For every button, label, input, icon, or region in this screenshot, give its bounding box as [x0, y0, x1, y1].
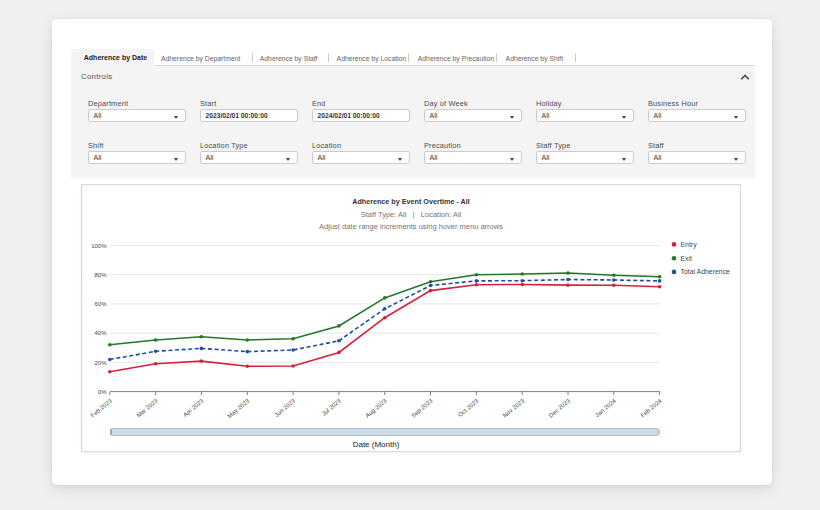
- svg-text:Jan 2024: Jan 2024: [594, 397, 617, 418]
- svg-text:Nov 2023: Nov 2023: [502, 397, 526, 419]
- svg-text:May 2023: May 2023: [226, 397, 251, 419]
- svg-text:80%: 80%: [94, 271, 107, 277]
- svg-text:Apr 2023: Apr 2023: [182, 397, 205, 418]
- svg-text:Total Adherence: Total Adherence: [681, 268, 731, 275]
- svg-text:100%: 100%: [91, 242, 107, 248]
- svg-text:Entry: Entry: [681, 240, 698, 248]
- svg-text:Mar 2023: Mar 2023: [135, 397, 159, 418]
- svg-text:60%: 60%: [94, 301, 107, 307]
- svg-text:Exit: Exit: [681, 254, 693, 261]
- svg-text:Feb 2023: Feb 2023: [90, 397, 114, 418]
- svg-text:Jul 2023: Jul 2023: [321, 397, 343, 417]
- svg-text:Sep 2023: Sep 2023: [410, 397, 434, 419]
- svg-text:Jun 2023: Jun 2023: [273, 397, 296, 418]
- svg-text:0%: 0%: [98, 388, 107, 394]
- svg-text:Oct 2023: Oct 2023: [457, 397, 480, 418]
- svg-text:Feb 2024: Feb 2024: [639, 397, 663, 418]
- svg-text:Aug 2023: Aug 2023: [364, 397, 388, 419]
- svg-text:20%: 20%: [94, 359, 107, 365]
- svg-text:Dec 2023: Dec 2023: [548, 397, 572, 419]
- svg-text:40%: 40%: [94, 330, 107, 336]
